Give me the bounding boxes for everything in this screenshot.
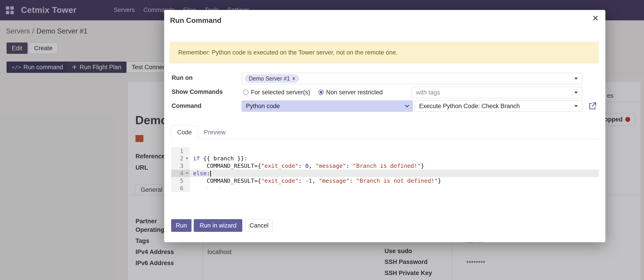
code-line[interactable]: 1 [171, 147, 599, 155]
run-in-wizard-button[interactable]: Run in wizard [194, 219, 242, 232]
code-line[interactable]: 2 if {{ branch }}: [171, 155, 599, 162]
fold-arrow-icon[interactable] [186, 158, 188, 159]
tabs-underline [171, 139, 599, 139]
radio-for-selected-servers-label[interactable]: For selected server(s) [251, 89, 310, 96]
command-select[interactable]: Execute Python Code: Check Branch [415, 100, 582, 112]
fold-arrow-icon[interactable] [186, 173, 188, 174]
code-editor[interactable]: 1 2 if {{ branch }}: 3 COMMAND_RESULT={"… [171, 147, 599, 192]
radio-non-server-restricted[interactable] [318, 90, 324, 95]
server-tag-label: Demo Server #1 [249, 75, 290, 82]
line-number: 6 [171, 185, 190, 192]
chevron-down-icon [574, 78, 578, 80]
code-line[interactable]: 6 [171, 185, 599, 192]
close-icon[interactable]: × [592, 13, 598, 24]
chevron-down-icon [574, 105, 578, 107]
screen: Cetmix Tower Servers Commands Files Tool… [0, 0, 644, 280]
modal-title: Run Command [170, 16, 222, 25]
tab-preview[interactable]: Preview [204, 125, 226, 139]
external-link-icon[interactable] [588, 102, 597, 110]
code-line[interactable]: 5 COMMAND_RESULT={"exit_code": -1, "mess… [171, 177, 599, 185]
command-label: Command [172, 102, 202, 109]
warning-alert: Remember: Python code is executed on the… [170, 42, 599, 64]
command-type-value: Python code [246, 103, 280, 110]
code-line-active[interactable]: 4 else: [171, 170, 599, 177]
command-type-select[interactable]: Python code [242, 100, 413, 112]
run-command-modal: Run Command × Remember: Python code is e… [164, 10, 606, 242]
with-tags-placeholder: with tags [416, 89, 440, 96]
tag-remove-icon[interactable]: × [292, 76, 295, 81]
line-number: 1 [171, 147, 190, 155]
run-button[interactable]: Run [171, 219, 192, 232]
radio-non-server-restricted-label[interactable]: Non server restricted [326, 89, 383, 96]
code-line[interactable]: 3 COMMAND_RESULT={"exit_code": 0, "messa… [171, 162, 599, 170]
with-tags-select[interactable]: with tags [412, 87, 582, 98]
command-select-value: Execute Python Code: Check Branch [419, 103, 520, 110]
indent-guide [220, 186, 220, 191]
line-number: 5 [171, 177, 190, 185]
tab-code[interactable]: Code [171, 125, 198, 139]
cancel-button[interactable]: Cancel [245, 219, 273, 232]
chevron-down-icon [574, 92, 578, 94]
run-on-label: Run on [172, 74, 192, 81]
radio-for-selected-servers[interactable] [243, 90, 248, 95]
line-number: 3 [171, 162, 190, 170]
run-on-field[interactable]: Demo Server #1 × [242, 73, 582, 84]
line-number: 2 [171, 155, 190, 162]
server-tag-pill[interactable]: Demo Server #1 × [245, 74, 299, 83]
chevron-down-icon [405, 103, 409, 107]
line-number: 4 [171, 170, 190, 177]
show-commands-label: Show Commands [172, 88, 223, 95]
text-cursor [210, 171, 211, 177]
indent-guide [206, 186, 207, 191]
